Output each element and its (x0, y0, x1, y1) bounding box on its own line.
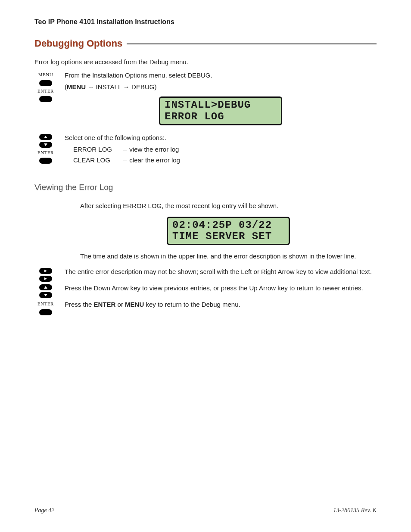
right-arrow-icon (39, 268, 52, 274)
svg-marker-2 (44, 270, 47, 272)
lcd1-line1: INSTALL>DEBUG (165, 100, 277, 111)
svg-marker-3 (44, 277, 47, 280)
icon-column-enter: ENTER (34, 300, 57, 315)
enter-key-label-3: ENTER (37, 301, 54, 307)
path-debug: DEBUG) (131, 83, 156, 90)
page-footer: Page 42 13-280135 Rev. K (34, 506, 377, 515)
up-arrow-icon (39, 134, 52, 140)
document-header: Teo IP Phone 4101 Installation Instructi… (34, 17, 377, 27)
step-select-options: ENTER Select one of the following option… (34, 133, 377, 166)
section-title-row: Debugging Options (34, 37, 377, 50)
option-name: ERROR LOG (73, 145, 121, 154)
view-p5: Press the ENTER or MENU key to return to… (65, 300, 377, 309)
step2-intro: Select one of the following options:. (65, 133, 377, 142)
enter-key-label: ENTER (37, 88, 54, 94)
icon-column-updown-enter: ENTER (34, 133, 57, 166)
step1-text: From the Installation Options menu, sele… (65, 71, 377, 131)
view-p3: The entire error description may not be … (65, 267, 377, 276)
svg-marker-1 (44, 143, 47, 146)
step1-line1: From the Installation Options menu, sele… (65, 71, 377, 80)
view-p1: After selecting ERROR LOG, the most rece… (80, 201, 377, 210)
option-row: CLEAR LOG – clear the error log (73, 156, 377, 165)
step-scroll-ud: Press the Down Arrow key to view previou… (34, 283, 377, 298)
p5-b: or (115, 301, 125, 308)
view-p4: Press the Down Arrow key to view previou… (65, 283, 377, 292)
options-table: ERROR LOG – view the error log CLEAR LOG… (73, 145, 377, 165)
menu-key-icon (39, 80, 52, 86)
path-install: INSTALL (96, 83, 121, 90)
option-row: ERROR LOG – view the error log (73, 145, 377, 154)
step2-text: Select one of the following options:. ER… (65, 133, 377, 166)
p5-c: key to return to the Debug menu. (144, 301, 240, 308)
option-dash: – (123, 156, 127, 165)
down-arrow-icon-2 (39, 292, 52, 298)
p5-a: Press the (65, 301, 94, 308)
enter-key-label-2: ENTER (37, 149, 54, 156)
menu-key-label: MENU (38, 72, 53, 78)
right-arrow-icon-2 (39, 276, 52, 282)
p5-menu: MENU (125, 301, 144, 308)
option-desc: clear the error log (129, 156, 180, 165)
enter-key-icon-3 (39, 309, 52, 315)
option-desc: view the error log (129, 145, 179, 154)
icon-column-menu-enter: MENU ENTER (34, 71, 57, 131)
subheading-viewing-error-log: Viewing the Error Log (34, 182, 377, 193)
step-menu-enter: MENU ENTER From the Installation Options… (34, 71, 377, 131)
lcd1-line2: ERROR LOG (165, 111, 277, 122)
svg-marker-4 (44, 286, 47, 289)
icon-column-right-arrows (34, 267, 57, 282)
step-return-enter: ENTER Press the ENTER or MENU key to ret… (34, 300, 377, 315)
up-arrow-icon-2 (39, 284, 52, 290)
path-arrow2: → (121, 83, 131, 90)
lcd2-line1: 02:04:25P 03/22 (172, 220, 284, 231)
footer-rev: 13-280135 Rev. K (333, 506, 377, 515)
view-p3-col: The entire error description may not be … (65, 267, 377, 282)
lcd2-line2: TIME SERVER SET (172, 231, 284, 242)
path-arrow1: → (86, 83, 96, 90)
intro-text: Error log options are accessed from the … (34, 57, 377, 66)
section-rule (127, 44, 377, 44)
path-menu: MENU (67, 83, 86, 90)
icon-column-updown (34, 283, 57, 298)
enter-key-icon-2 (39, 158, 52, 164)
down-arrow-icon (39, 142, 52, 148)
view-p4-col: Press the Down Arrow key to view previou… (65, 283, 377, 298)
footer-page: Page 42 (34, 506, 54, 515)
lcd-display-2: 02:04:25P 03/22 TIME SERVER SET (167, 217, 290, 246)
view-block-1: After selecting ERROR LOG, the most rece… (80, 201, 377, 261)
view-p5-col: Press the ENTER or MENU key to return to… (65, 300, 377, 315)
p5-enter: ENTER (94, 301, 116, 308)
enter-key-icon (39, 96, 52, 102)
option-name: CLEAR LOG (73, 156, 121, 165)
view-p2: The time and date is shown in the upper … (80, 252, 377, 261)
svg-marker-0 (44, 136, 47, 138)
option-dash: – (123, 145, 127, 154)
svg-marker-5 (44, 294, 47, 296)
section-title-text: Debugging Options (34, 37, 122, 50)
step1-path: (MENU → INSTALL → DEBUG) (65, 82, 377, 91)
step-scroll-lr: The entire error description may not be … (34, 267, 377, 282)
lcd-display-1: INSTALL>DEBUG ERROR LOG (159, 96, 282, 125)
